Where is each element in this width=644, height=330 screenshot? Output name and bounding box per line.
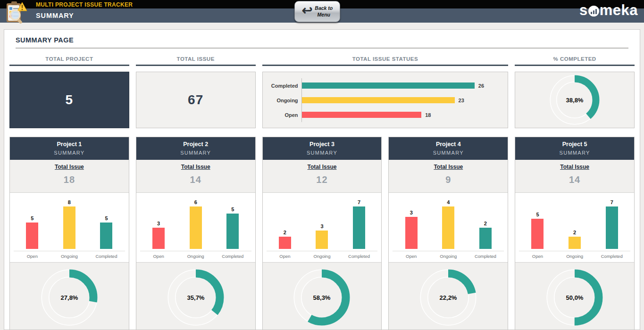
status-bar-value: 18: [425, 112, 431, 118]
project-subtitle: SUMMARY: [263, 150, 382, 156]
bar: [100, 223, 112, 249]
project-subtitle: SUMMARY: [389, 150, 508, 156]
project-name: Project 5: [515, 141, 634, 148]
total-issue-label: Total Issue: [136, 164, 255, 170]
project-subtitle: SUMMARY: [10, 150, 129, 156]
project-name: Project 3: [263, 141, 382, 148]
kpi-issue-statuses: TOTAL ISSUE STATUES Completed26Ongoing23…: [262, 55, 509, 128]
bar-column: 6: [177, 199, 214, 249]
page-title: SUMMARY PAGE: [16, 36, 635, 44]
project-bar-chart: 342OpenOngoingCompleted: [389, 193, 508, 263]
bar-plot-area: 237: [263, 198, 382, 249]
status-bar-area: 23: [301, 93, 502, 107]
status-bar-value: 23: [459, 98, 464, 103]
bar: [405, 217, 418, 249]
status-bar-value: 26: [478, 83, 484, 89]
bar: [316, 231, 328, 249]
bar-value-label: 2: [284, 230, 286, 235]
kpi-underline: [9, 65, 129, 66]
project-card-header: Project 1SUMMARY: [10, 137, 129, 160]
kpi-total-issue-label: TOTAL ISSUE: [136, 55, 256, 65]
bar-value-label: 7: [358, 199, 360, 205]
issue-statuses-box: Completed26Ongoing23Open18: [262, 72, 509, 128]
bar-category-label: Completed: [341, 254, 378, 259]
project-card-header: Project 3SUMMARY: [263, 137, 382, 160]
bar-column: 5: [214, 206, 251, 249]
back-label-line2: Menu: [318, 12, 330, 17]
bar-plot-area: 585: [10, 198, 129, 249]
bar-axis-labels: OpenOngoingCompleted: [393, 251, 504, 259]
bar-axis-labels: OpenOngoingCompleted: [267, 251, 378, 259]
bar: [569, 237, 581, 249]
bar-axis-labels: OpenOngoingCompleted: [140, 251, 251, 259]
project-subtitle: SUMMARY: [136, 150, 255, 156]
donut-percentage: 58,3%: [313, 294, 331, 301]
status-bar-row: Ongoing23: [265, 93, 502, 107]
donut-chart: 35,7%: [165, 267, 226, 328]
bar-value-label: 2: [484, 221, 487, 226]
donut-percentage: 50,0%: [566, 294, 584, 301]
project-donut-section: 35,7%: [136, 263, 255, 330]
bar: [26, 223, 38, 249]
logo-text-start: s: [579, 3, 588, 17]
app-title: MULTI PROJECT ISSUE TRACKER: [36, 1, 133, 8]
bar: [479, 228, 492, 249]
project-card-header: Project 5SUMMARY: [515, 137, 634, 160]
kpi-underline: [136, 65, 256, 66]
donut-chart: 58,3%: [291, 267, 352, 328]
total-issue-box: 67: [136, 72, 256, 128]
donut-chart: 27,8%: [39, 267, 100, 328]
project-subtitle: SUMMARY: [515, 150, 634, 156]
logo-text-end: meka: [600, 3, 638, 17]
project-card: Project 3SUMMARYTotal Issue12237OpenOngo…: [262, 137, 382, 330]
bar-column: 3: [303, 223, 341, 249]
bar-category-label: Open: [393, 254, 430, 259]
bar-value-label: 3: [157, 221, 160, 226]
kpi-total-project-label: TOTAL PROJECT: [9, 55, 129, 65]
bar-column: 2: [467, 221, 504, 249]
total-issue-value: 18: [10, 174, 129, 185]
bar-column: 2: [267, 230, 304, 249]
page-title-divider: [16, 48, 628, 49]
bar-category-label: Ongoing: [177, 254, 214, 259]
bar: [279, 237, 291, 249]
kpi-total-issue: TOTAL ISSUE 67: [136, 55, 256, 128]
kpi-percent-completed: % COMPLETED 38,8%: [515, 55, 635, 128]
bar-column: 3: [393, 210, 430, 249]
status-category-label: Open: [265, 112, 301, 118]
project-donut-section: 50,0%: [515, 263, 634, 330]
bar-category-label: Completed: [88, 254, 125, 259]
back-to-menu-button[interactable]: ↩ Back to Menu: [294, 1, 340, 22]
bar-column: 8: [51, 199, 88, 249]
bar-value-label: 5: [31, 215, 33, 221]
total-issue-value: 67: [188, 92, 203, 107]
kpi-percent-completed-label: % COMPLETED: [515, 55, 635, 65]
bar-category-label: Completed: [467, 254, 504, 259]
bar: [442, 206, 454, 249]
bar-category-label: Open: [140, 254, 177, 259]
bar-plot-area: 342: [389, 198, 508, 249]
bar-value-label: 7: [611, 199, 613, 205]
project-bar-chart: 527OpenOngoingCompleted: [515, 193, 634, 263]
bar-category-label: Open: [267, 254, 304, 259]
bar-category-label: Open: [519, 254, 556, 259]
kpi-underline: [515, 65, 635, 66]
bar-category-label: Completed: [593, 254, 630, 259]
bar-category-label: Ongoing: [303, 254, 341, 259]
header-page-title: SUMMARY: [36, 12, 74, 19]
status-bar: [302, 97, 455, 103]
kpi-underline: [262, 65, 509, 66]
bar: [531, 219, 544, 249]
clipboard-search-icon: [4, 1, 27, 24]
donut-chart: 50,0%: [544, 267, 605, 328]
donut-percentage: 35,7%: [187, 294, 204, 301]
bar-value-label: 5: [536, 212, 539, 217]
project-card: Project 2SUMMARYTotal Issue14365OpenOngo…: [136, 137, 256, 330]
total-issue-label: Total Issue: [263, 164, 382, 170]
total-issue-label: Total Issue: [389, 164, 508, 170]
someka-logo[interactable]: s meka: [579, 3, 638, 17]
project-name: Project 4: [389, 141, 508, 148]
bar-plot-area: 527: [515, 198, 634, 249]
bar-category-label: Completed: [214, 254, 251, 259]
project-card-header: Project 4SUMMARY: [389, 137, 508, 160]
